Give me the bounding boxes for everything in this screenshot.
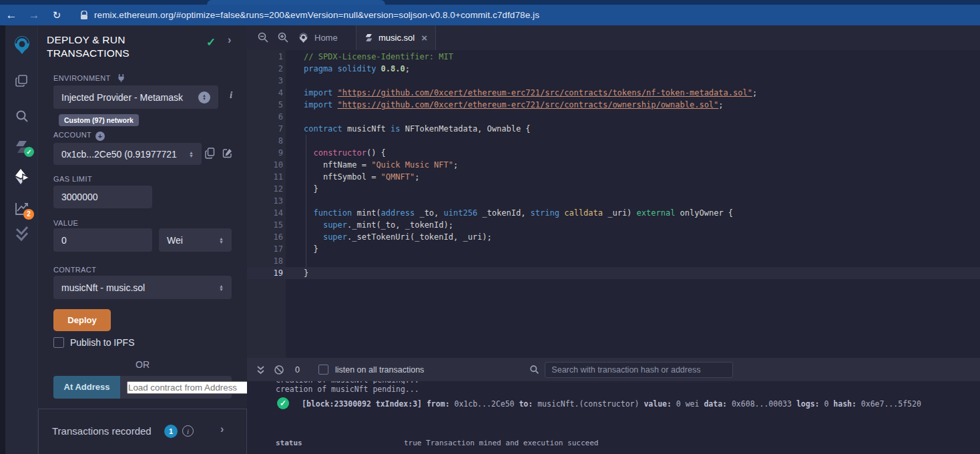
value-field-wrap [53,228,152,252]
account-stepper-icon: ▲▼ [189,151,194,158]
line-number: 6 [247,111,283,123]
code-line: function mint(address _to, uint256 _toke… [304,207,733,219]
icon-rail: ✓ 2 [5,25,38,454]
at-address-field-wrap [120,376,232,399]
value-unit-select[interactable]: Wei ▲▼ [159,228,232,252]
statistics-icon[interactable]: 2 [5,200,38,216]
browser-toolbar: ← → ↻ remix.ethereum.org/#optimize=false… [0,5,980,25]
line-number: 16 [247,231,283,243]
current-line-highlight [247,267,980,279]
line-number: 4 [247,87,283,99]
tab-home[interactable]: Home [290,25,346,50]
tx-log-line[interactable]: [block:23300092 txIndex:3] from: 0x1cb..… [302,399,921,409]
checks-icon[interactable] [5,225,38,242]
line-number: 19 [247,267,283,279]
close-tab-icon[interactable]: × [421,32,427,43]
browser-active-tab[interactable] [207,0,385,5]
lock-icon [80,11,88,20]
line-number: 8 [247,135,283,147]
code-line: pragma solidity 0.8.0; [304,63,410,75]
zoom-out-icon[interactable] [257,31,269,46]
transactions-recorded-count: 1 [164,425,178,438]
line-number: 9 [247,147,283,159]
line-number: 18 [247,255,283,267]
terminal-expand-icon[interactable] [256,365,265,375]
at-address-input[interactable] [127,381,248,394]
reload-icon[interactable]: ↻ [45,5,68,25]
panel-collapse-icon[interactable]: › [228,34,231,46]
terminal-count-badge: 0 [295,365,300,375]
account-select[interactable]: 0x1cb...2Ce50 (0.91977721 ▲▼ [53,143,202,165]
browser-tabstrip [0,0,980,5]
terminal-search-wrap [545,362,733,378]
compile-success-badge: ✓ [24,147,34,157]
remix-ide-window: ← → ↻ remix.ethereum.org/#optimize=false… [0,0,980,454]
add-account-icon[interactable]: + [95,132,105,141]
value-input[interactable] [61,235,144,246]
code-line: super._setTokenUri(_tokenId, _uri); [304,231,492,243]
line-number: 17 [247,243,283,255]
solidity-file-icon [364,33,373,43]
forward-icon[interactable]: → [23,5,45,25]
environment-stepper-icon: ▲▼ [198,91,210,103]
deploy-run-icon[interactable] [5,168,38,185]
code-line: nftSymbol = "QMNFT"; [304,171,419,183]
solidity-compiler-icon[interactable]: ✓ [5,139,38,155]
panel-check-icon: ✓ [206,35,216,49]
url-bar[interactable]: remix.ethereum.org/#optimize=false&runs=… [94,10,539,20]
terminal-clear-icon[interactable] [274,365,284,375]
environment-select[interactable]: Injected Provider - Metamask ▲▼ [53,85,218,109]
file-explorer-icon[interactable] [5,73,38,88]
tx-status-label: status [276,439,302,447]
code-editor[interactable]: // SPDX-License-Identifier: MITpragma so… [247,50,980,358]
deploy-button[interactable]: Deploy [53,309,111,331]
at-address-button[interactable]: At Address [53,376,120,399]
search-icon[interactable] [5,109,38,124]
zoom-in-icon[interactable] [277,31,289,46]
line-number: 7 [247,123,283,135]
gas-limit-input[interactable] [61,192,144,202]
copy-account-icon[interactable] [205,148,215,162]
code-line: } [304,243,318,255]
environment-label: ENVIRONMENT [53,73,126,82]
terminal-search-input[interactable] [551,365,726,375]
publish-ipfs-checkbox[interactable] [53,337,64,348]
transactions-recorded-section: Transactions recorded 1 i › [38,409,247,454]
listen-checkbox[interactable] [318,365,328,375]
code-line: import "https://github.com/0xcert/ethere… [304,87,757,99]
code-line: import "https://github.com/0xcert/ethere… [304,99,724,111]
gas-limit-label: GAS LIMIT [53,175,92,183]
statistics-badge: 2 [23,209,34,220]
line-number: 15 [247,219,283,231]
line-number: 11 [247,171,283,183]
line-number: 13 [247,195,283,207]
tx-status-value: true Transaction mined and execution suc… [404,439,598,447]
line-number: 1 [247,51,283,63]
code-line: } [304,267,308,279]
gas-limit-field-wrap [53,186,152,208]
transactions-recorded-label: Transactions recorded [52,425,152,437]
transactions-expand-icon[interactable]: › [220,423,224,435]
edit-account-icon[interactable] [222,148,233,161]
contract-label: CONTRACT [53,266,96,274]
deploy-run-panel: DEPLOY & RUN TRANSACTIONS ✓ › ENVIRONMEN… [38,25,247,454]
code-line: nftName = "Quick Music NFT"; [304,159,458,171]
tx-success-icon[interactable]: ✓ [277,397,289,409]
network-badge: Custom (97) network [59,114,139,126]
terminal-search-icon [529,365,539,375]
line-number: 2 [247,63,283,75]
environment-info-icon[interactable]: i [230,89,232,101]
contract-select[interactable]: musicNft - music.sol ▲▼ [53,276,232,299]
contract-stepper-icon: ▲▼ [219,284,224,291]
line-number: 10 [247,159,283,171]
tab-music-sol[interactable]: music.sol × [356,25,436,50]
remix-logo-icon[interactable] [5,34,38,55]
publish-ipfs-label: Publish to IPFS [70,337,135,348]
remix-app: ✓ 2 [0,25,980,454]
back-icon[interactable]: ← [0,5,23,25]
publish-ipfs-row: Publish to IPFS [53,337,135,348]
unit-stepper-icon: ▲▼ [219,237,224,244]
editor-tabbar: Home music.sol × [247,25,980,50]
remix-mini-logo-icon [298,32,309,43]
transactions-info-icon[interactable]: i [182,425,194,437]
